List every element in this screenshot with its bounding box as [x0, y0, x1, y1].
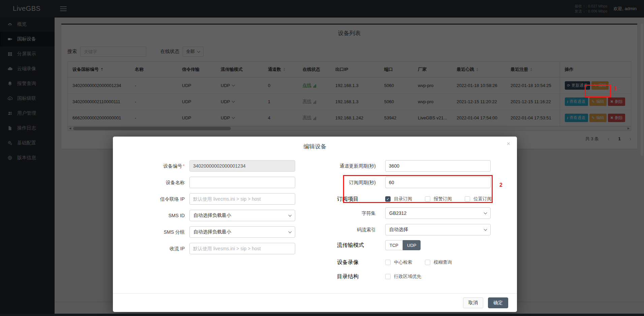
channel-refresh-field[interactable] [385, 160, 491, 172]
stream-index-select[interactable]: 自动选择 [385, 224, 491, 235]
central-search-checkbox[interactable]: ✓ [385, 260, 391, 265]
tcp-toggle-button[interactable]: TCP [385, 240, 403, 250]
device-record-label: 设备录像 [337, 259, 376, 266]
sms-id-label: SMS ID [148, 210, 185, 221]
sip-host-field[interactable] [189, 193, 295, 205]
sms-group-select[interactable]: 自动选择负载最小 [189, 226, 295, 238]
modal-footer: 取消 确定 [113, 293, 517, 312]
dir-structure-label: 目录结构 [337, 273, 376, 280]
annotation-box-2 [343, 175, 493, 203]
required-asterisk: * [183, 163, 185, 169]
chevron-down-icon [288, 230, 292, 233]
charset-label: 字符集 [337, 207, 376, 219]
close-icon[interactable]: × [507, 141, 510, 147]
chevron-down-icon [484, 211, 487, 214]
form-left-column: 设备编号* 设备名称 信令联络 IP SMS ID 自动选择负载最小 SMS 分… [148, 160, 303, 259]
edit-device-modal: 编辑设备 × 设备编号* 设备名称 信令联络 IP SMS ID 自动选择负载最… [113, 137, 517, 312]
annotation-number-1: 1 [614, 86, 617, 92]
chevron-down-icon [484, 227, 487, 231]
device-name-label: 设备名称 [148, 177, 185, 188]
admin-region-priority-checkbox[interactable]: ✓ [385, 274, 391, 279]
channel-refresh-label: 通道更新周期(秒) [337, 160, 376, 172]
annotation-box-1 [585, 85, 611, 97]
fuzzy-query-checkbox[interactable]: ✓ [425, 260, 430, 265]
charset-select[interactable]: GB2312 [385, 207, 491, 219]
annotation-number-2: 2 [499, 182, 502, 188]
bottom-edge-strip [0, 314, 644, 316]
stream-ip-label: 收流 IP [148, 243, 185, 254]
modal-title: 编辑设备 [113, 143, 517, 150]
transport-mode-label: 流传输模式 [337, 240, 376, 250]
udp-toggle-button[interactable]: UDP [403, 240, 421, 250]
sip-host-label: 信令联络 IP [148, 193, 185, 205]
stream-index-label: 码流索引 [337, 224, 376, 235]
stream-ip-field[interactable] [189, 243, 295, 254]
sms-id-select[interactable]: 自动选择负载最小 [189, 210, 295, 221]
chevron-down-icon [288, 213, 292, 217]
cancel-button[interactable]: 取消 [463, 297, 483, 308]
device-id-field [189, 160, 295, 172]
sms-group-label: SMS 分组 [148, 226, 185, 238]
device-id-label: 设备编号* [148, 160, 185, 172]
device-name-field[interactable] [189, 177, 295, 188]
confirm-button[interactable]: 确定 [488, 297, 508, 308]
